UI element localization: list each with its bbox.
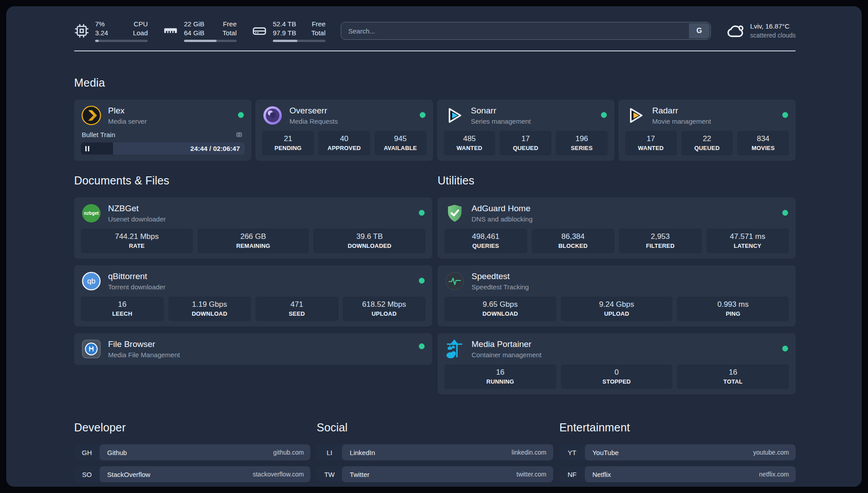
- service-card-overseerr[interactable]: Overseerr Media Requests 21PENDING 40APP…: [255, 100, 433, 161]
- service-stats: 16RUNNING 0STOPPED 16TOTAL: [444, 364, 789, 389]
- cpu-percent: 7%: [95, 20, 108, 29]
- radarr-icon: [625, 105, 646, 126]
- status-dot: [420, 112, 426, 118]
- overseerr-icon: [262, 105, 283, 126]
- status-dot: [601, 112, 607, 118]
- service-description: Movie management: [652, 117, 711, 125]
- bookmark-name: LinkedIn: [350, 449, 375, 456]
- status-dot: [782, 210, 788, 216]
- bookmark-linkedin[interactable]: LI LinkedInlinkedin.com: [317, 444, 553, 460]
- service-card-adguard[interactable]: AdGuard Home DNS and adblocking 498,461Q…: [438, 197, 796, 259]
- bookmark-abbr: YT: [559, 444, 585, 460]
- plex-icon: [81, 105, 102, 126]
- bookmark-netflix[interactable]: NF Netflixnetflix.com: [559, 466, 796, 482]
- memory-total-label: Total: [222, 29, 237, 38]
- disk-progressbar: [273, 40, 326, 42]
- homepage-dashboard: 7% 3.24 CPU Load: [0, 0, 868, 493]
- section-title-media: Media: [74, 76, 796, 89]
- nzbget-icon: nzbget: [81, 203, 102, 224]
- memory-total-value: 64 GiB: [184, 29, 204, 38]
- topbar: 7% 3.24 CPU Load: [74, 18, 796, 44]
- cpu-progressbar: [95, 40, 148, 42]
- bookmark-github[interactable]: GH Githubgithub.com: [74, 444, 310, 460]
- service-card-nzbget[interactable]: nzbget NZBGet Usenet downloader 744.21 M…: [74, 197, 432, 259]
- stat-block: 47.571 msLATENCY: [706, 229, 789, 253]
- memory-stat: 22 GiB 64 GiB Free Total: [163, 20, 237, 42]
- cpu-load-label: Load: [133, 29, 148, 38]
- bookmark-twitter[interactable]: TW Twittertwitter.com: [317, 466, 553, 482]
- stat-block: 0.993 msPING: [677, 297, 789, 321]
- bookmark-youtube[interactable]: YT YouTubeyoutube.com: [559, 444, 796, 460]
- entertainment-bookmarks: YT YouTubeyoutube.com NF Netflixnetflix.…: [559, 444, 796, 487]
- playback-progress-fill: [81, 142, 113, 155]
- stat-block: 196SERIES: [556, 131, 608, 155]
- section-title-developer: Developer: [74, 421, 310, 434]
- service-card-speedtest[interactable]: Speedtest Speedtest Tracking 9.65 GbpsDO…: [438, 265, 796, 326]
- middle-grid: Documents & Files nzbget NZBGet Usenet d…: [74, 174, 796, 394]
- status-dot: [419, 343, 425, 349]
- section-title-utilities: Utilities: [438, 174, 796, 187]
- bookmark-stackoverflow[interactable]: SO StackOverflowstackoverflow.com: [74, 466, 310, 482]
- service-name: Overseerr: [289, 106, 338, 116]
- search-provider-button[interactable]: G: [689, 23, 709, 38]
- memory-free-value: 22 GiB: [184, 20, 204, 29]
- bookmark-url: netflix.com: [759, 471, 789, 478]
- service-name: Radarr: [652, 106, 711, 116]
- bookmark-url: twitter.com: [517, 471, 547, 478]
- service-stats: 16LEECH 1.19 GbpsDOWNLOAD 471SEED 618.52…: [81, 297, 426, 321]
- service-card-radarr[interactable]: Radarr Movie management 17WANTED 22QUEUE…: [618, 100, 796, 161]
- svg-text:nzbget: nzbget: [84, 211, 99, 216]
- stat-block: 16RUNNING: [444, 364, 556, 389]
- stat-block: 40APPROVED: [318, 131, 370, 155]
- section-title-documents: Documents & Files: [74, 174, 432, 187]
- stat-block: 1.19 GbpsDOWNLOAD: [168, 297, 251, 321]
- service-card-qbittorrent[interactable]: qb qBittorrent Torrent downloader 16LEEC…: [74, 265, 432, 326]
- cpu-stat: 7% 3.24 CPU Load: [74, 20, 148, 42]
- service-stats: 17WANTED 22QUEUED 834MOVIES: [625, 131, 789, 155]
- service-name: Media Portainer: [472, 339, 542, 350]
- service-stats: 744.21 MbpsRATE 266 GBREMAINING 39.6 TBD…: [81, 229, 426, 253]
- topbar-divider: [74, 50, 796, 51]
- service-card-portainer[interactable]: Media Portainer Container management 16R…: [438, 333, 796, 394]
- service-stats: 21PENDING 40APPROVED 945AVAILABLE: [262, 131, 426, 155]
- dashboard-panel: 7% 3.24 CPU Load: [6, 6, 862, 487]
- playback-progressbar[interactable]: 24:44 / 02:06:47: [81, 142, 245, 155]
- stat-block: 2,953FILTERED: [619, 229, 702, 253]
- service-description: Container management: [472, 351, 542, 359]
- search-input[interactable]: [341, 22, 711, 40]
- now-playing-row: Bullet Train: [81, 130, 245, 139]
- cpu-label: CPU: [133, 20, 148, 29]
- service-description: Usenet downloader: [108, 215, 166, 223]
- developer-bookmarks: GH Githubgithub.com SO StackOverflowstac…: [74, 444, 310, 487]
- service-description: DNS and adblocking: [472, 215, 533, 223]
- bookmark-name: Github: [107, 449, 127, 456]
- disk-icon: [252, 23, 267, 38]
- section-title-social: Social: [317, 421, 553, 434]
- bookmark-abbr: TW: [317, 466, 342, 482]
- status-dot: [782, 346, 788, 351]
- stat-block: 86,384BLOCKED: [532, 229, 615, 253]
- system-stats: 7% 3.24 CPU Load: [74, 20, 326, 42]
- bookmark-url: stackoverflow.com: [253, 471, 304, 478]
- service-name: Plex: [108, 106, 147, 116]
- service-card-filebrowser[interactable]: File Browser Media File Management: [74, 333, 432, 365]
- qbittorrent-icon: qb: [81, 271, 102, 292]
- filebrowser-icon: [81, 338, 102, 359]
- section-title-entertainment: Entertainment: [559, 421, 796, 434]
- weather-location: Lviv, 16.87°C: [750, 22, 796, 31]
- service-card-plex[interactable]: Plex Media server Bullet Train 24:44 / 0…: [74, 100, 251, 161]
- bookmark-name: StackOverflow: [107, 471, 150, 478]
- stat-block: 17QUEUED: [500, 131, 551, 155]
- stat-block: 16LEECH: [81, 297, 164, 321]
- stat-block: 16TOTAL: [677, 364, 789, 389]
- stat-block: 498,461QUERIES: [444, 229, 527, 253]
- stat-block: 266 GBREMAINING: [197, 229, 309, 253]
- weather-widget[interactable]: Lviv, 16.87°C scattered clouds: [726, 21, 796, 40]
- playback-time: 24:44 / 02:06:47: [190, 142, 240, 155]
- portainer-icon: [444, 338, 465, 359]
- service-card-sonarr[interactable]: Sonarr Series management 485WANTED 17QUE…: [437, 100, 614, 161]
- disk-total-value: 97.9 TB: [273, 29, 296, 38]
- stat-block: 618.52 MbpsUPLOAD: [343, 297, 426, 321]
- cloud-icon: [726, 21, 745, 40]
- now-playing-title: Bullet Train: [82, 131, 115, 138]
